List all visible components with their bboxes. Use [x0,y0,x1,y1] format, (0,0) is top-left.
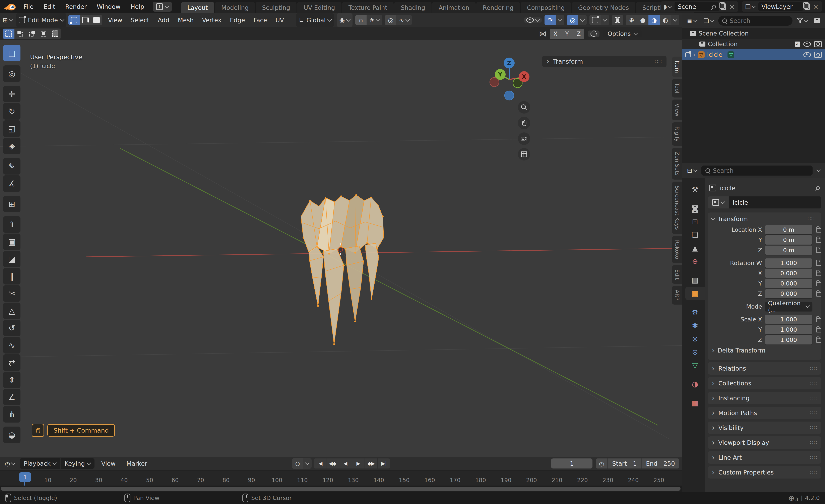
move-tool[interactable]: ✛ [3,86,20,102]
close-icon[interactable]: × [728,3,737,11]
physics-tab[interactable]: ⊚ [685,332,704,345]
scrollbar-handle[interactable] [1,487,681,491]
knife-tool[interactable]: ✂ [3,285,20,302]
mode-dropdown[interactable]: Edit Mode [16,13,66,27]
tool-tab[interactable]: ⚒ [685,183,704,196]
panel-grip-icon[interactable]: ∷∷ [810,410,817,416]
property-section-header[interactable]: › Custom Properties ∷∷ [708,466,821,479]
lock-icon[interactable] [816,292,821,297]
editor-type-button[interactable]: ⊞ [0,13,15,27]
zoom-button[interactable] [518,101,530,114]
viewport-menu-item[interactable]: Select [127,17,154,24]
sidebar-tab[interactable]: Rigify [672,122,682,146]
sidebar-tab[interactable]: Item [672,57,682,77]
lock-icon[interactable] [816,262,821,266]
texture-tab[interactable]: ▦ [685,396,704,410]
properties-search-input[interactable]: Search [701,165,813,175]
value-field[interactable]: 0.000 [765,289,812,298]
view-layer-tab[interactable]: ❏ [685,228,704,241]
lock-icon[interactable] [816,249,821,253]
value-field[interactable]: 0 m [765,235,812,244]
particles-tab[interactable]: ✱ [685,319,704,332]
topbar-menu-item[interactable]: Help [126,3,149,10]
shading-dropdown[interactable] [671,15,679,25]
n-panel-transform-header[interactable]: › Transform ∷∷ [542,56,667,67]
snap-base-button[interactable] [588,30,599,37]
start-frame-field[interactable]: Start 1 [607,458,641,469]
new-collection-button[interactable] [812,15,822,26]
panel-grip-icon[interactable]: ∷∷ [810,454,817,460]
delta-transform-row[interactable]: › Delta Transform [708,345,819,356]
rip-region-tool[interactable]: ⋔ [3,406,20,423]
object-data-tab[interactable]: ▽ [685,359,704,372]
workspace-tab[interactable]: Texture Paint [342,2,394,13]
viewport-menu-item[interactable]: Add [153,17,173,24]
property-section-header[interactable]: › Visibility ∷∷ [708,422,821,434]
mirror-axis-button[interactable]: Z [573,29,584,39]
view-menu[interactable]: View [97,458,120,469]
property-section-header[interactable]: › Instancing ∷∷ [708,392,821,404]
value-field[interactable]: 1.000 [765,325,812,334]
scale-tool[interactable]: ◱ [3,120,20,137]
gizmo-dropdown[interactable] [556,15,564,25]
loop-cut-tool[interactable]: ∥ [3,268,20,285]
lock-icon[interactable] [816,339,821,343]
show-overlays-toggle[interactable]: ◎ [567,15,578,25]
annotate-tool[interactable]: ✎ [3,158,20,174]
topbar-menu-item[interactable]: Window [92,3,126,10]
3d-viewport[interactable]: ⊞ Edit Mode ViewSelectAddMeshVertexEdgeF… [0,13,682,457]
smooth-tool[interactable]: ∿ [3,337,20,354]
transform-orientation-dropdown[interactable]: ∟ Global [296,13,334,27]
outliner-row-scene-collection[interactable]: Scene Collection [682,28,825,39]
play-reverse-button[interactable]: ◀ [339,458,352,469]
hide-eye-icon[interactable] [803,42,811,47]
property-section-header[interactable]: › Relations ∷∷ [708,362,821,375]
solid-shading-button[interactable]: ● [637,15,649,25]
object-name-field[interactable]: icicle [729,197,821,208]
extrude-region-tool[interactable]: ⇧ [3,216,20,233]
outliner-editor-type-button[interactable]: ≣ [685,15,699,26]
add-cube-tool[interactable]: ⊞ [3,196,20,212]
proportional-edit-toggle[interactable]: ◎ [385,15,396,25]
exclude-checkbox[interactable]: ✓ [795,42,800,47]
measure-tool[interactable]: ∡ [3,175,20,192]
keying-menu[interactable]: Keying [60,458,94,469]
outliner-filter-button[interactable] [795,15,810,26]
options-dropdown[interactable]: Options [603,30,642,37]
topbar-menu-item[interactable]: Render [60,3,92,10]
show-gizmo-toggle[interactable]: ↷ [544,15,556,25]
snap-settings-dropdown[interactable]: # [367,15,382,25]
value-field[interactable]: 1.000 [765,259,812,268]
editmode-overlay-button[interactable] [590,15,601,25]
sidebar-tab[interactable]: ARP [672,286,682,304]
sidebar-tab[interactable]: View [672,99,682,120]
toggle-orthographic-button[interactable] [518,148,530,160]
overlays-dropdown[interactable] [578,15,587,25]
rendered-shading-button[interactable]: ◐ [660,15,671,25]
panel-grip-icon[interactable]: ∷∷ [810,425,817,431]
topbar-menu-item[interactable]: File [18,3,39,10]
panel-grip-icon[interactable]: ∷∷ [808,216,815,222]
lock-icon[interactable] [816,282,821,286]
lock-icon[interactable] [816,328,821,333]
viewport-menu-item[interactable]: View [104,17,127,24]
expand-arrow-icon[interactable]: › [693,52,695,58]
select-difference-button[interactable] [38,29,49,39]
disable-render-icon[interactable] [814,41,822,47]
workspace-tab[interactable]: Shading [394,2,432,13]
playhead-line[interactable] [24,482,25,486]
end-frame-field[interactable]: End 250 [641,458,679,469]
new-scene-icon[interactable] [721,3,726,10]
panel-grip-icon[interactable]: ∷∷ [810,380,817,386]
transform-tool[interactable]: ◈ [3,138,20,154]
play-button[interactable]: ▶ [352,458,365,469]
auto-keying-toggle[interactable]: ○ [292,458,303,469]
current-frame-badge[interactable]: 1 [19,472,31,482]
hide-eye-icon[interactable] [803,52,811,57]
shrink-fatten-tool[interactable]: ⇕ [3,372,20,388]
face-select-button[interactable] [91,15,102,25]
lock-icon[interactable] [816,318,821,322]
visibility-dropdown[interactable] [524,17,542,23]
workspace-tab[interactable]: Compositing [521,2,571,13]
outliner-row-icicle[interactable]: › ▽ icicle ▽ [682,49,825,60]
